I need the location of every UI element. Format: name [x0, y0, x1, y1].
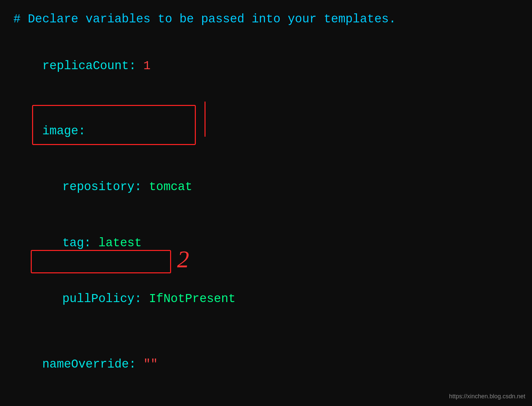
pullpolicy-line: pullPolicy: IfNotPresent — [13, 271, 519, 327]
code-block: # Declare variables to be passed into yo… — [13, 10, 519, 406]
comment-line: # Declare variables to be passed into yo… — [13, 10, 519, 29]
tag-line: tag: latest — [13, 215, 519, 271]
watermark: https://xinchen.blog.csdn.net — [449, 392, 525, 401]
image-key-line: image: — [13, 103, 519, 159]
annotation-vline-1 — [205, 102, 206, 137]
image-key: image — [42, 124, 78, 138]
fullnameoverride-line: fullnameOverride: "" — [13, 392, 519, 406]
replicacount-key: replicaCount — [42, 59, 129, 73]
repository-value: tomcat — [149, 180, 192, 194]
replicacount-line: replicaCount: 1 — [13, 38, 519, 94]
repository-key: repository — [62, 180, 134, 194]
nameoverride-line: nameOverride: "" — [13, 336, 519, 392]
pullpolicy-value: IfNotPresent — [149, 292, 236, 306]
replicacount-value: 1 — [143, 59, 151, 73]
repository-line: repository: tomcat — [13, 159, 519, 215]
pullpolicy-key: pullPolicy — [62, 292, 134, 306]
annotation-number-2: 2 — [177, 247, 189, 271]
tag-value: latest — [98, 236, 142, 250]
nameoverride-value: "" — [143, 358, 158, 371]
tag-key: tag — [62, 236, 84, 250]
nameoverride-key: nameOverride — [42, 358, 129, 371]
